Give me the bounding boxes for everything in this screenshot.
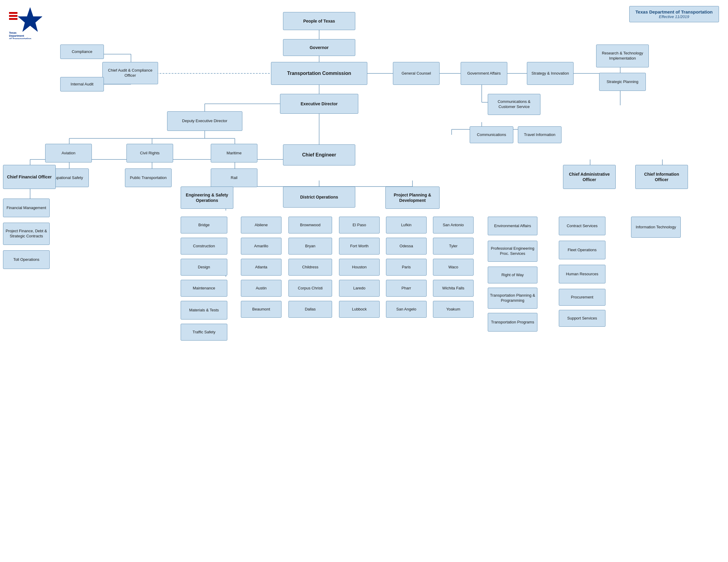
aviation: Aviation	[45, 144, 92, 163]
svg-text:of Transportation: of Transportation	[9, 37, 31, 39]
lubbock: Lubbock	[339, 301, 380, 318]
corpus-christi: Corpus Christi	[288, 280, 332, 296]
fleet-operations: Fleet Operations	[559, 241, 605, 259]
odessa: Odessa	[386, 238, 427, 255]
communications: Communications	[470, 126, 513, 143]
design: Design	[181, 259, 227, 276]
chief-financial-officer: Chief Financial Officer	[3, 165, 56, 189]
svg-rect-4	[9, 18, 17, 20]
professional-engineering: Professional Engineering Proc. Services	[488, 241, 537, 262]
financial-management: Financial Management	[3, 199, 50, 217]
compliance: Compliance	[60, 45, 104, 59]
support-services: Support Services	[559, 310, 605, 327]
bridge: Bridge	[181, 217, 227, 234]
san-antonio: San Antonio	[433, 217, 474, 234]
governor: Governor	[283, 39, 355, 56]
rail: Rail	[211, 169, 257, 187]
bryan: Bryan	[288, 238, 332, 255]
lufkin: Lufkin	[386, 217, 427, 234]
atlanta: Atlanta	[241, 259, 282, 276]
logo: Texas Department of Transportation	[6, 6, 54, 39]
toll-operations: Toll Operations	[3, 250, 50, 269]
contract-services: Contract Services	[559, 217, 605, 235]
transportation-programs: Transportation Programs	[488, 313, 537, 331]
abilene: Abilene	[241, 217, 282, 234]
svg-text:Department: Department	[9, 34, 24, 37]
travel-information: Travel Information	[518, 126, 562, 143]
government-affairs: Government Affairs	[461, 62, 507, 85]
el-paso: El Paso	[339, 217, 380, 234]
human-resources: Human Resources	[559, 265, 605, 283]
environmental-affairs: Environmental Affairs	[488, 217, 537, 235]
beaumont: Beaumont	[241, 301, 282, 318]
amarillo: Amarillo	[241, 238, 282, 255]
people-of-texas: People of Texas	[283, 12, 355, 30]
org-title: Texas Department of Transportation	[636, 9, 713, 14]
internal-audit: Internal Audit	[60, 77, 104, 92]
laredo: Laredo	[339, 280, 380, 296]
strategic-planning: Strategic Planning	[599, 73, 646, 91]
information-technology: Information Technology	[631, 217, 681, 238]
svg-rect-2	[9, 12, 17, 14]
pharr: Pharr	[386, 280, 427, 296]
svg-text:Texas: Texas	[9, 31, 17, 34]
general-counsel: General Counsel	[393, 62, 440, 85]
houston: Houston	[339, 259, 380, 276]
transportation-planning: Transportation Planning & Programming	[488, 287, 537, 309]
construction: Construction	[181, 238, 227, 255]
svg-rect-3	[9, 15, 17, 17]
fort-worth: Fort Worth	[339, 238, 380, 255]
chief-audit-compliance: Chief Audit & Compliance Officer	[102, 62, 158, 84]
project-finance: Project Finance, Debt & Strategic Contra…	[3, 223, 50, 245]
org-subtitle: Effective 11/2019	[636, 14, 713, 19]
yoakum: Yoakum	[433, 301, 474, 318]
wichita-falls: Wichita Falls	[433, 280, 474, 296]
chief-admin-officer: Chief Administrative Officer	[563, 165, 616, 189]
san-angelo: San Angelo	[386, 301, 427, 318]
info-box: Texas Department of Transportation Effec…	[629, 6, 719, 22]
research-technology: Research & Technology Implementation	[596, 45, 649, 67]
maritime: Maritime	[211, 144, 257, 163]
chief-info-officer: Chief Information Officer	[635, 165, 688, 189]
project-planning: Project Planning & Development	[385, 187, 440, 209]
executive-director: Executive Director	[280, 94, 358, 114]
strategy-innovation: Strategy & Innovation	[527, 62, 574, 85]
traffic-safety: Traffic Safety	[181, 324, 227, 340]
right-of-way: Right of Way	[488, 267, 537, 283]
waco: Waco	[433, 259, 474, 276]
transportation-commission: Transportation Commission	[271, 62, 367, 85]
procurement: Procurement	[559, 289, 605, 306]
childress: Childress	[288, 259, 332, 276]
paris: Paris	[386, 259, 427, 276]
communications-customer-service: Communications & Customer Service	[488, 94, 540, 115]
chief-engineer: Chief Engineer	[283, 144, 355, 166]
engineering-safety: Engineering & Safety Operations	[181, 187, 233, 209]
deputy-executive-director: Deputy Executive Director	[167, 111, 242, 131]
materials-tests: Materials & Tests	[181, 301, 227, 319]
civil-rights: Civil Rights	[126, 144, 173, 163]
brownwood: Brownwood	[288, 217, 332, 234]
austin: Austin	[241, 280, 282, 296]
public-transportation: Public Transportation	[125, 169, 172, 187]
district-operations: District Operations	[283, 187, 355, 208]
maintenance: Maintenance	[181, 280, 227, 296]
org-chart: Texas Department of Transportation Texas…	[0, 0, 728, 562]
dallas: Dallas	[288, 301, 332, 318]
tyler: Tyler	[433, 238, 474, 255]
